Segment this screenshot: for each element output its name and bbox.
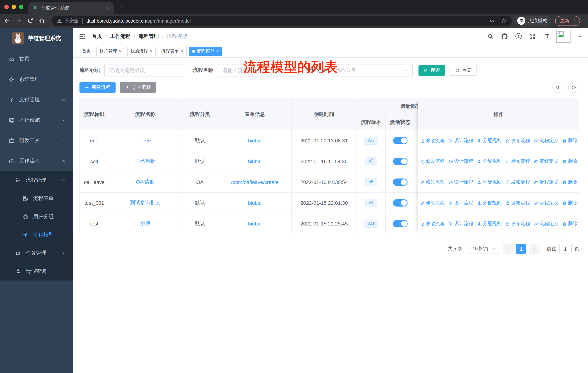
avatar-caret-icon[interactable]	[578, 34, 582, 39]
tag-首页[interactable]: 首页	[79, 46, 94, 56]
new-process-button[interactable]: 新建流程	[79, 82, 116, 93]
tag-close-icon[interactable]: ×	[150, 49, 152, 54]
action-修改流程[interactable]: 修改流程	[420, 179, 445, 185]
action-分配规则[interactable]: 分配规则	[477, 158, 502, 165]
active-toggle[interactable]	[393, 199, 408, 207]
action-流程定义[interactable]: 流程定义	[534, 158, 558, 165]
sidebar-item-首页[interactable]: 首页	[0, 49, 73, 69]
new-tab-button[interactable]: +	[119, 2, 123, 10]
form-info-link[interactable]: biubiu	[248, 138, 262, 143]
action-修改流程[interactable]: 修改流程	[420, 200, 445, 206]
action-分配规则[interactable]: 分配规则	[477, 137, 502, 144]
process-name-link[interactable]: eeee	[140, 138, 151, 143]
key-icon[interactable]	[489, 18, 495, 24]
active-toggle[interactable]	[393, 137, 408, 144]
action-删除[interactable]: 删除	[562, 200, 578, 206]
hamburger-icon[interactable]	[79, 33, 86, 40]
action-删除[interactable]: 删除	[562, 220, 578, 227]
form-info-link[interactable]: biubiu	[248, 200, 262, 206]
user-avatar[interactable]	[556, 30, 570, 43]
action-流程定义[interactable]: 流程定义	[534, 137, 558, 144]
action-流程定义[interactable]: 流程定义	[534, 220, 558, 227]
reload-icon[interactable]	[27, 18, 33, 24]
sidebar-item-研发工具[interactable]: 研发工具	[0, 131, 73, 151]
action-设计流程[interactable]: 设计流程	[448, 158, 473, 165]
browser-tab[interactable]: 芋道管理系统 ×	[28, 2, 114, 14]
search-button[interactable]: 搜索	[419, 65, 445, 76]
tag-close-icon[interactable]: ×	[180, 49, 183, 54]
action-分配规则[interactable]: 分配规则	[477, 220, 502, 227]
form-info-link[interactable]: biubiu	[248, 159, 262, 164]
breadcrumb-home[interactable]: 首页	[92, 33, 102, 40]
action-发布流程[interactable]: 发布流程	[505, 137, 530, 144]
active-toggle[interactable]	[393, 158, 408, 165]
sidebar-item-系统管理[interactable]: 系统管理	[0, 69, 73, 90]
sidebar-item-任务管理[interactable]: 任务管理	[0, 244, 73, 262]
action-设计流程[interactable]: 设计流程	[448, 137, 473, 144]
action-发布流程[interactable]: 发布流程	[505, 179, 530, 185]
browser-menu-dots-icon[interactable]	[572, 18, 577, 23]
action-删除[interactable]: 删除	[562, 158, 578, 165]
process-category-select[interactable]: 流程分类	[331, 64, 413, 77]
action-发布流程[interactable]: 发布流程	[505, 158, 530, 165]
traffic-light-minimize[interactable]	[12, 5, 16, 9]
process-name-link[interactable]: 滔博	[140, 220, 150, 227]
action-设计流程[interactable]: 设计流程	[448, 200, 473, 206]
action-设计流程[interactable]: 设计流程	[448, 220, 473, 227]
tag-流程模型[interactable]: 流程模型×	[189, 46, 222, 56]
action-流程定义[interactable]: 流程定义	[534, 200, 558, 206]
sidebar-item-请假查询[interactable]: 请假查询	[0, 262, 73, 281]
back-icon[interactable]	[4, 18, 10, 24]
tab-close-icon[interactable]: ×	[104, 5, 110, 11]
action-发布流程[interactable]: 发布流程	[505, 200, 530, 206]
header-search-icon[interactable]	[487, 33, 494, 40]
sidebar-item-流程模型[interactable]: 流程模型	[0, 226, 73, 244]
action-分配规则[interactable]: 分配规则	[477, 200, 502, 206]
tag-我的流程[interactable]: 我的流程×	[127, 46, 156, 56]
process-name-link[interactable]: OA 请假	[136, 179, 155, 185]
help-icon[interactable]: ?	[515, 33, 522, 39]
traffic-light-zoom[interactable]	[19, 5, 23, 9]
home-icon[interactable]	[39, 18, 45, 24]
process-name-link[interactable]: 测试多审批人	[130, 200, 161, 206]
action-流程定义[interactable]: 流程定义	[534, 179, 558, 185]
action-发布流程[interactable]: 发布流程	[505, 220, 530, 227]
bookmark-star-icon[interactable]	[501, 18, 507, 24]
import-process-button[interactable]: 导入流程	[120, 82, 156, 93]
font-size-icon[interactable]: TT	[543, 33, 549, 40]
prev-page-button[interactable]	[503, 244, 513, 254]
form-info-link[interactable]: /bpm/oa/leave/create	[231, 179, 279, 185]
fullscreen-icon[interactable]	[529, 33, 536, 40]
sidebar-item-用户分组[interactable]: 用户分组	[0, 208, 73, 226]
process-id-input[interactable]	[104, 64, 185, 77]
active-toggle[interactable]	[393, 179, 408, 186]
sidebar-item-支付管理[interactable]: 支付管理	[0, 90, 73, 110]
address-bar[interactable]: 不安全 dashboard.yudao.iocoder.cn/bpm/manag…	[52, 16, 512, 26]
process-name-link[interactable]: 自己审批	[135, 158, 156, 165]
action-分配规则[interactable]: 分配规则	[477, 179, 502, 185]
goto-page-input[interactable]	[559, 244, 572, 254]
sidebar-item-流程管理[interactable]: 流程管理	[0, 171, 73, 189]
update-button[interactable]: 更新	[555, 16, 580, 26]
page-size-select[interactable]: 10条/页	[468, 244, 500, 254]
tag-close-icon[interactable]: ×	[216, 49, 219, 54]
refresh-table-button[interactable]	[568, 82, 579, 93]
active-toggle[interactable]	[393, 220, 408, 227]
show-search-button[interactable]	[552, 82, 563, 93]
action-修改流程[interactable]: 修改流程	[420, 158, 445, 165]
tag-close-icon[interactable]: ×	[119, 49, 122, 54]
sidebar-item-流程表单[interactable]: 流程表单	[0, 189, 73, 208]
action-修改流程[interactable]: 修改流程	[420, 137, 445, 144]
breadcrumb-workflow[interactable]: 工作流程	[110, 33, 130, 40]
form-info-link[interactable]: biubiu	[248, 221, 262, 227]
github-icon[interactable]	[501, 33, 508, 40]
action-删除[interactable]: 删除	[562, 137, 578, 144]
forward-icon[interactable]	[15, 18, 22, 24]
sidebar-item-基础设施[interactable]: 基础设施	[0, 110, 73, 131]
tag-流程表单[interactable]: 流程表单×	[158, 46, 187, 56]
next-page-button[interactable]	[529, 244, 539, 254]
action-设计流程[interactable]: 设计流程	[448, 179, 473, 185]
traffic-light-close[interactable]	[4, 5, 9, 9]
page-number-button[interactable]: 1	[516, 244, 526, 254]
action-修改流程[interactable]: 修改流程	[420, 220, 445, 227]
